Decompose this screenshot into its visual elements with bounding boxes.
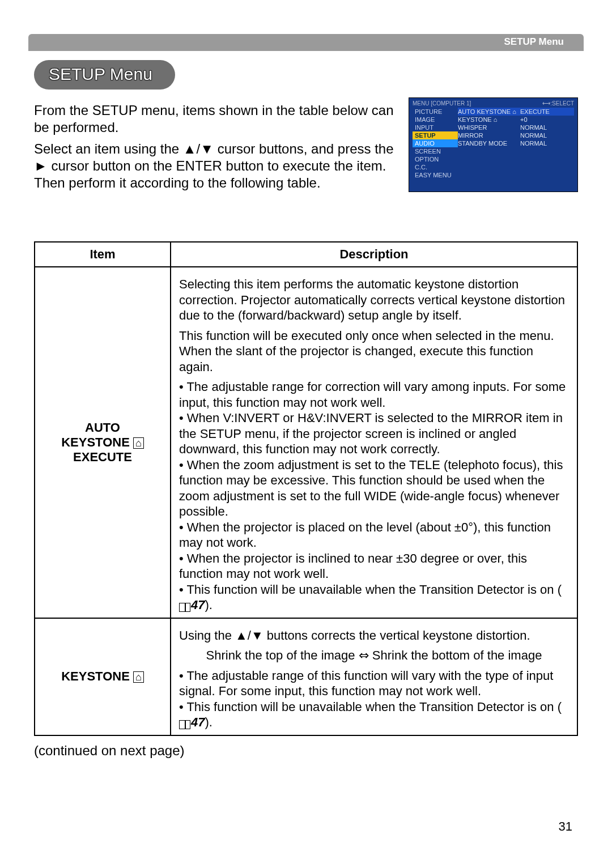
header-section-label: SETUP Menu: [504, 36, 564, 48]
page-ref-num: 47: [191, 715, 205, 729]
th-desc: Description: [171, 242, 577, 267]
ms-row-value: NORMAL: [520, 132, 574, 139]
ms-left-item: OPTION: [413, 155, 458, 163]
bullet: • When the projector is inclined to near…: [179, 551, 569, 582]
page-title: SETUP Menu: [49, 65, 152, 83]
bullet: • The adjustable range for correction wi…: [179, 379, 569, 410]
item-line2-text: KEYSTONE: [61, 435, 133, 449]
ms-left-col: PICTURE IMAGE INPUT SETUP AUDIO SCREEN O…: [413, 108, 458, 179]
bullet: • This function will be unavailable when…: [179, 582, 569, 613]
ms-row: WHISPER NORMAL: [458, 124, 574, 131]
ms-row-value: NORMAL: [520, 140, 574, 147]
ms-row-label: MIRROR: [458, 132, 520, 139]
continued-note: (continued on next page): [34, 743, 578, 759]
desc-p1: Selecting this item performs the automat…: [179, 276, 569, 324]
page-number: 31: [559, 819, 572, 834]
setup-table: Item Description AUTO KEYSTONE ⌂ EXECUTE…: [34, 241, 578, 736]
intro-text: From the SETUP menu, items shown in the …: [34, 97, 397, 196]
ms-row: AUTO KEYSTONE ⌂ EXECUTE: [458, 108, 574, 116]
bullet: • When the projector is placed on the le…: [179, 520, 569, 551]
ms-left-item-selected: SETUP: [413, 131, 458, 139]
desc-cell-auto-keystone: Selecting this item performs the automat…: [171, 267, 577, 618]
header-bar: SETUP Menu: [28, 34, 584, 51]
ms-row: KEYSTONE ⌂ +0: [458, 116, 574, 124]
desc-p2: Shrink the top of the image ⇔ Shrink the…: [179, 648, 569, 663]
intro-p1: From the SETUP menu, items shown in the …: [34, 102, 397, 136]
arrows-ud: ▲/▼: [183, 141, 214, 156]
ms-left-item: INPUT: [413, 124, 458, 131]
p1b: buttons corrects the vertical keystone d…: [264, 628, 530, 643]
bullet: • When V:INVERT or H&V:INVERT is selecte…: [179, 410, 569, 457]
ms-row-label: STANDBY MODE: [458, 140, 520, 147]
arrows-ud: ▲/▼: [235, 628, 264, 643]
page-ref-icon: [179, 720, 190, 729]
desc-p1: Using the ▲/▼ buttons corrects the verti…: [179, 628, 569, 644]
ms-left-item: EASY MENU: [413, 171, 458, 179]
desc-bullets: • The adjustable range of this function …: [179, 668, 569, 730]
item-line1: AUTO: [43, 420, 162, 435]
ms-left-item: PICTURE: [413, 108, 458, 116]
desc-p2: This function will be executed only once…: [179, 328, 569, 375]
ms-row-value: +0: [520, 116, 574, 123]
p1a: Using the: [179, 628, 235, 643]
desc-bullets: • The adjustable range for correction wi…: [179, 379, 569, 613]
page-title-pill: SETUP Menu: [34, 60, 175, 90]
ms-row-label: KEYSTONE ⌂: [458, 116, 520, 123]
ms-left-item: SCREEN: [413, 147, 458, 155]
bullet: • The adjustable range of this function …: [179, 668, 569, 699]
menu-screenshot: MENU [COMPUTER 1] ⟷:SELECT PICTURE IMAGE…: [409, 97, 578, 192]
bullet-text-a: • This function will be unavailable when…: [179, 700, 562, 714]
bullet-text-a: • This function will be unavailable when…: [179, 582, 562, 597]
intro-p2c: cursor button on the ENTER button to exe…: [34, 158, 386, 190]
item-cell-auto-keystone: AUTO KEYSTONE ⌂ EXECUTE: [35, 267, 171, 618]
intro-p2b: cursor buttons, and press the: [214, 141, 394, 156]
table-row: AUTO KEYSTONE ⌂ EXECUTE Selecting this i…: [35, 267, 577, 618]
ms-right-col: AUTO KEYSTONE ⌂ EXECUTE KEYSTONE ⌂ +0 WH…: [458, 108, 574, 179]
table-row: KEYSTONE ⌂ Using the ▲/▼ buttons correct…: [35, 618, 577, 735]
page-ref-num: 47: [191, 598, 205, 612]
ms-header-right: ⟷:SELECT: [542, 100, 574, 107]
intro-p2: Select an item using the ▲/▼ cursor butt…: [34, 141, 397, 192]
ms-left-item: AUDIO: [413, 139, 458, 147]
th-item: Item: [35, 242, 171, 267]
page-ref-icon: [179, 603, 190, 612]
ms-row: MIRROR NORMAL: [458, 131, 574, 139]
bullet: • This function will be unavailable when…: [179, 699, 569, 730]
intro-p2a: Select an item using the: [34, 141, 183, 156]
item-line3: EXECUTE: [43, 450, 162, 465]
arrow-r: ►: [34, 158, 48, 173]
ms-row-value: EXECUTE: [520, 108, 574, 115]
bullet-text-b: ).: [205, 598, 212, 612]
table-header-row: Item Description: [35, 242, 577, 267]
keystone-icon: ⌂: [133, 437, 144, 449]
desc-cell-keystone: Using the ▲/▼ buttons corrects the verti…: [171, 618, 577, 735]
ms-row: STANDBY MODE NORMAL: [458, 139, 574, 147]
ms-header-left: MENU [COMPUTER 1]: [413, 100, 471, 107]
ms-row-label: WHISPER: [458, 124, 520, 131]
item-text: KEYSTONE: [61, 669, 133, 683]
bullet: • When the zoom adjustment is set to the…: [179, 457, 569, 520]
ms-left-item: IMAGE: [413, 116, 458, 124]
ms-row-label: AUTO KEYSTONE ⌂: [458, 108, 520, 115]
keystone-icon: ⌂: [133, 671, 144, 683]
bullet-text-b: ).: [205, 715, 212, 729]
ms-left-item: C.C.: [413, 163, 458, 171]
item-cell-keystone: KEYSTONE ⌂: [35, 618, 171, 735]
page-title-wrap: SETUP Menu: [34, 60, 578, 90]
ms-row-value: NORMAL: [520, 124, 574, 131]
item-line2: KEYSTONE ⌂: [43, 435, 162, 450]
